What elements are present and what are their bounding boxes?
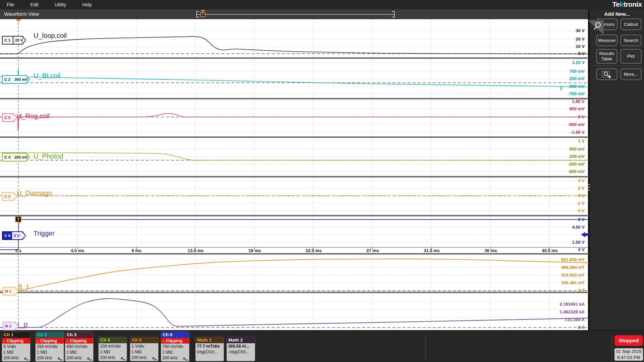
scale-tick: 0 V: [578, 193, 585, 198]
datetime-display: 01 Sep 2025 6:47:03 PM: [614, 348, 643, 361]
right-bracket-icon: [392, 11, 395, 17]
scale-tick: 2 V: [578, 186, 585, 191]
math1-settings-badge[interactable]: Math 1 77.7 mT/divIntg(Ch2)...: [195, 337, 224, 361]
ch5-name: Ch 5: [130, 337, 158, 343]
more-button[interactable]: More...: [620, 68, 642, 80]
trigger-position-flag-icon[interactable]: T: [200, 12, 205, 17]
menu-help[interactable]: Help: [74, 0, 100, 9]
plot-button[interactable]: Plot: [620, 49, 642, 64]
ch2-settings-badge[interactable]: Ch 2 ⚠Clipping 250 mV/div1 MΩ200 kHzBw: [35, 331, 64, 362]
scale-tick: 466.384 mT: [561, 265, 585, 270]
ch6-settings-badge[interactable]: Ch 6 ⚠Clipping 750 mV/div1 MΩ200 kHzBw: [161, 331, 190, 362]
trigger-position-top-icon[interactable]: [16, 19, 21, 22]
channel-badge-c2[interactable]: C 2300 mV: [2, 75, 30, 84]
bandwidth-limit-icon: Bw: [87, 356, 92, 362]
panel-splitter-grip[interactable]: [588, 183, 590, 192]
zoom-select-icon: [601, 70, 612, 78]
channel-badge-c6[interactable]: C 63 V: [2, 231, 26, 240]
scale-tick: 2.193491 kA: [560, 302, 585, 307]
ch5-settings-badge[interactable]: Ch 5 1 V/div1 MΩ200 kHzBw: [130, 337, 159, 361]
waveform-trace-c4[interactable]: [0, 153, 589, 161]
time-tick: 4.5 ms: [71, 248, 84, 253]
bandwidth-limit-icon: Bw: [58, 356, 62, 362]
math2-settings-badge[interactable]: Math 2 365.58 A/...-Intg(Ch3...: [226, 337, 255, 361]
results-table-button[interactable]: Results Table: [596, 49, 618, 64]
ch1-settings-badge[interactable]: Ch 1 ⚠Clipping 5 V/div1 MΩ200 kHzBw: [2, 331, 31, 362]
horizontal-position-indicator[interactable]: T: [196, 11, 395, 17]
scale-tick: 750 mV: [569, 69, 585, 74]
scale-tick: 1.80 V: [572, 99, 585, 104]
waveform-plot: 30 V 20 V 10 V 0 V 1.25 V 750 mV 250 mV …: [0, 19, 589, 330]
channel-badge-c5[interactable]: C 5: [2, 192, 17, 201]
ch3-clipping-badge: ⚠Clipping: [65, 338, 93, 344]
channel-label-c3[interactable]: U_Rog,coil: [17, 112, 50, 120]
channel-label-c5[interactable]: U_Diamagn: [17, 189, 52, 197]
ch4-settings-badge[interactable]: Ch 4 200 mV/div1 MΩ200 kHzBw: [98, 337, 127, 361]
zoom-select-button[interactable]: [596, 68, 618, 80]
channel-label-c1[interactable]: U_loop,coil: [34, 32, 67, 40]
waveform-trace-c1[interactable]: [0, 37, 589, 54]
waveform-trace-c3[interactable]: [0, 114, 589, 131]
channel-label-c6[interactable]: Trigger: [34, 230, 55, 237]
scale-tick: -2 V: [577, 201, 585, 206]
channel-badge-c3[interactable]: C 3: [2, 113, 17, 122]
scale-tick: 200 mV: [569, 154, 585, 159]
add-new-header: Add New...: [590, 11, 644, 17]
scale-tick: -4 V: [577, 208, 585, 213]
waveform-trace-math2[interactable]: [0, 299, 589, 327]
time: 6:47:03 PM: [614, 355, 643, 361]
warning-icon: ⚠: [3, 339, 6, 343]
scale-tick: 4.50 V: [572, 225, 585, 230]
channel-label-c4[interactable]: U_Photod: [34, 153, 63, 160]
scale-tick: 900 mV: [569, 106, 585, 111]
position-track: [197, 14, 394, 15]
math2-name: Math 2: [227, 337, 255, 343]
scale-tick: 20 V: [576, 37, 585, 42]
waveform-view-titlebar: Waveform View T: [0, 9, 589, 19]
scale-tick: -250 mV: [568, 84, 585, 89]
waveform-trace-c6[interactable]: [0, 220, 589, 250]
menu-edit[interactable]: Edit: [22, 0, 47, 9]
scale-tick: -750 mV: [568, 91, 585, 96]
run-stop-button[interactable]: Stopped: [614, 335, 643, 346]
ch1-name: Ch 1: [2, 332, 30, 338]
menu-file[interactable]: File: [0, 0, 22, 9]
waveform-canvas: [0, 19, 589, 330]
time-tick: 9 ms: [131, 248, 142, 253]
scale-tick: 1.50 V: [572, 240, 585, 245]
waveform-trace-c2[interactable]: [0, 69, 589, 90]
warning-icon: ⚠: [162, 339, 165, 343]
scale-tick: -900 mV: [568, 122, 585, 127]
measure-button[interactable]: Measure: [596, 35, 618, 46]
ch6-clipping-badge: ⚠Clipping: [161, 338, 189, 344]
waveform-trace-math1[interactable]: [0, 259, 589, 291]
time-tick: 22.5 ms: [306, 248, 322, 253]
zero-reference-lines: [0, 54, 589, 327]
callout-button[interactable]: Callout: [620, 18, 642, 30]
channel-label-c2[interactable]: U_Bt,coil: [34, 72, 60, 80]
strip-divider: [425, 335, 426, 361]
math-badge-m2[interactable]: M 2: [3, 322, 19, 330]
search-button[interactable]: Search: [620, 35, 642, 46]
menu-utility[interactable]: Utility: [47, 0, 74, 9]
time-tick: 40.5 ms: [542, 248, 558, 253]
scale-tick: -600 mV: [568, 169, 585, 174]
time-axis-ticks: [18, 247, 550, 249]
scale-tick: 731.164 A: [565, 317, 585, 322]
ch3-settings-badge[interactable]: Ch 3 ⚠Clipping 450 mV/div1 MΩ200 kHzBw: [65, 331, 94, 362]
warning-icon: ⚠: [36, 339, 40, 343]
scale-tick: 6 V: [578, 217, 585, 222]
grid-vertical-dots: [77, 19, 550, 330]
add-new-sidebar: Add New... Cursors Callout Measure Searc…: [590, 9, 644, 330]
math-badge-m1[interactable]: M 1: [3, 287, 19, 296]
math-label-m2[interactable]: I_p: [17, 320, 28, 329]
bandwidth-limit-icon: Bw: [24, 356, 29, 362]
scale-tick: 310.923 mT: [561, 273, 585, 278]
channel-badge-c1[interactable]: C 120 V: [2, 36, 26, 45]
trigger-marker-icon[interactable]: T: [15, 216, 21, 222]
math1-name: Math 1: [196, 337, 224, 343]
oscilloscope-app: File Edit Utility Help Tektronix Wavefor…: [0, 0, 644, 362]
math-label-m1[interactable]: B_t: [17, 283, 29, 291]
channel-badge-c4[interactable]: C 4200 mV: [2, 153, 30, 162]
ch3-name: Ch 3: [65, 332, 93, 338]
